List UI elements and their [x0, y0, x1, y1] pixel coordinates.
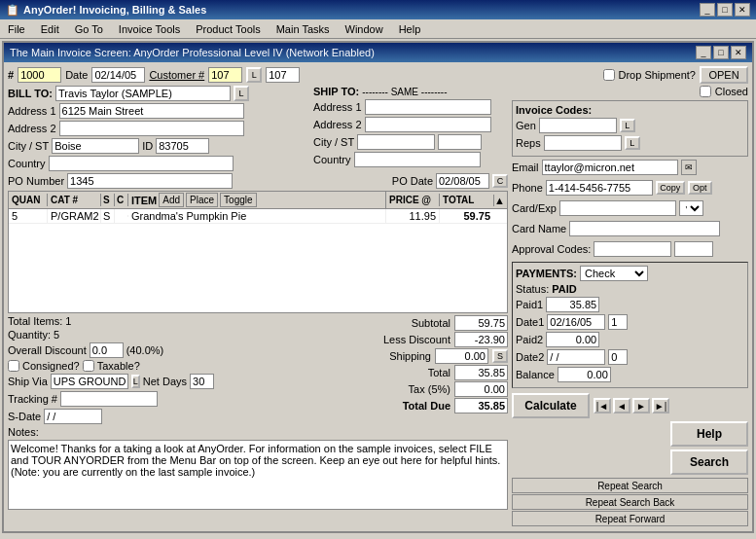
nav-first-button[interactable]: |◄	[594, 398, 611, 413]
nav-last-button[interactable]: ►|	[652, 398, 669, 413]
copy-button[interactable]: Copy	[656, 181, 685, 195]
menu-file[interactable]: File	[4, 22, 29, 36]
open-button[interactable]: OPEN	[700, 66, 748, 84]
invoice-number-field[interactable]: 1000	[18, 67, 61, 83]
discount-pct-label: (40.0%)	[126, 344, 164, 356]
consigned-checkbox[interactable]	[8, 360, 19, 372]
closed-checkbox[interactable]	[700, 86, 711, 97]
ship-via-field[interactable]	[51, 374, 128, 389]
ship-addr1-field[interactable]	[365, 99, 491, 115]
date2-code-field[interactable]	[608, 349, 628, 365]
minimize-button[interactable]: _	[700, 3, 715, 17]
menu-edit[interactable]: Edit	[37, 22, 63, 36]
help-button[interactable]: Help	[670, 421, 748, 447]
shipping-s-button[interactable]: S	[492, 349, 508, 363]
menu-help[interactable]: Help	[395, 22, 425, 36]
help-row: Help	[512, 421, 748, 447]
date2-row: Date2	[516, 349, 744, 365]
close-button[interactable]: ✕	[735, 3, 750, 17]
window-restore-button[interactable]: □	[713, 46, 729, 59]
taxable-checkbox[interactable]	[83, 360, 94, 372]
gen-l-button[interactable]: L	[620, 119, 635, 132]
total-value: 35.85	[454, 365, 508, 380]
bill-addr2-field[interactable]	[59, 121, 244, 136]
bill-name-field[interactable]	[55, 86, 231, 101]
bill-l-button[interactable]: L	[234, 86, 249, 101]
maximize-button[interactable]: □	[717, 3, 733, 17]
invoice-table-body[interactable]: 5 P/GRAM2 S Grandma's Pumpkin Pie 11.95 …	[8, 208, 508, 313]
paid1-row: Paid1 35.85	[516, 297, 744, 312]
repeat-search-back-button[interactable]: Repeat Search Back	[512, 494, 748, 510]
bill-country-field[interactable]	[49, 156, 234, 171]
po-number-field[interactable]	[67, 173, 233, 189]
overall-discount-field[interactable]	[90, 342, 124, 358]
calculate-button[interactable]: Calculate	[512, 393, 590, 418]
add-button[interactable]: Add	[159, 193, 184, 207]
ship-zip-field[interactable]	[438, 134, 482, 150]
total-due-row: Total Due 35.85	[210, 398, 508, 413]
bill-city-field[interactable]	[52, 138, 139, 154]
s-date-field[interactable]	[44, 409, 102, 424]
invoice-date-field[interactable]: 02/14/05	[91, 67, 145, 83]
phone-field[interactable]	[546, 180, 653, 196]
bill-zip-field[interactable]	[156, 138, 209, 154]
menu-product-tools[interactable]: Product Tools	[192, 22, 264, 36]
ship-addr2-field[interactable]	[365, 117, 491, 132]
card-exp-field[interactable]	[559, 200, 676, 216]
drop-shipment-checkbox[interactable]	[603, 69, 615, 81]
customer-name-field[interactable]: 107	[266, 67, 300, 83]
opt-button[interactable]: Opt	[688, 181, 712, 195]
place-button[interactable]: Place	[186, 193, 218, 207]
title-bar-controls[interactable]: _ □ ✕	[700, 3, 750, 17]
payments-box: PAYMENTS: Check Status: PAID Paid1 35.85	[512, 262, 748, 388]
approval-code2-field[interactable]	[674, 241, 713, 257]
reps-l-button[interactable]: L	[625, 136, 640, 150]
email-field[interactable]	[542, 160, 678, 175]
menu-main-tasks[interactable]: Main Tasks	[272, 22, 334, 36]
reps-field[interactable]	[544, 135, 622, 151]
total-items-label: Total Items: 1	[8, 315, 71, 327]
totals-row: Total Items: 1	[8, 315, 202, 327]
date1-code-field[interactable]	[608, 314, 628, 330]
date2-field[interactable]	[547, 349, 605, 365]
po-date-field[interactable]	[436, 173, 489, 189]
toggle-button[interactable]: Toggle	[220, 193, 256, 207]
bill-addr1-field[interactable]	[59, 103, 244, 119]
menu-invoice-tools[interactable]: Invoice Tools	[115, 22, 184, 36]
date1-field[interactable]	[547, 314, 605, 330]
payment-method-select[interactable]: Check	[580, 266, 648, 281]
gen-field[interactable]	[539, 118, 617, 133]
paid1-label: Paid1	[516, 299, 543, 310]
customer-l-button[interactable]: L	[246, 67, 262, 83]
tracking-field[interactable]	[60, 391, 158, 407]
consigned-label: Consigned?	[22, 360, 80, 372]
po-c-button[interactable]: C	[492, 174, 508, 188]
title-bar-left: 📋 AnyOrder! Invoicing, Billing & Sales	[6, 4, 206, 17]
ship-country-label: Country	[313, 154, 351, 165]
repeat-forward-button[interactable]: Repeat Forward	[512, 511, 748, 526]
customer-num-label: Customer #	[149, 69, 204, 81]
repeat-search-button[interactable]: Repeat Search	[512, 478, 748, 493]
search-button[interactable]: Search	[670, 449, 748, 475]
card-name-field[interactable]	[569, 221, 720, 236]
window-title-controls[interactable]: _ □ ✕	[696, 46, 746, 59]
window-close-button[interactable]: ✕	[731, 46, 746, 59]
approval-code1-field[interactable]	[594, 241, 671, 257]
ship-via-l-button[interactable]: L	[131, 375, 140, 388]
email-icon-button[interactable]: ✉	[681, 160, 697, 175]
nav-next-button[interactable]: ►	[632, 398, 650, 413]
ship-city-field[interactable]	[357, 134, 435, 150]
ship-country-field[interactable]	[354, 152, 481, 167]
card-exp-select[interactable]: ▼	[679, 200, 703, 216]
row-item: Grandma's Pumpkin Pie	[128, 209, 386, 223]
window-minimize-button[interactable]: _	[696, 46, 711, 59]
menu-goto[interactable]: Go To	[71, 22, 107, 36]
menu-window[interactable]: Window	[342, 22, 387, 36]
financial-summary: Subtotal 59.75 Less Discount -23.90 Ship…	[210, 315, 508, 426]
tracking-label: Tracking #	[8, 393, 57, 405]
nav-prev-button[interactable]: ◄	[613, 398, 630, 413]
notes-field[interactable]: Welcome! Thanks for a taking a look at A…	[8, 440, 508, 510]
phone-label: Phone	[512, 182, 543, 194]
status-label: Status:	[516, 283, 549, 295]
customer-num-field[interactable]: 107	[208, 67, 242, 83]
